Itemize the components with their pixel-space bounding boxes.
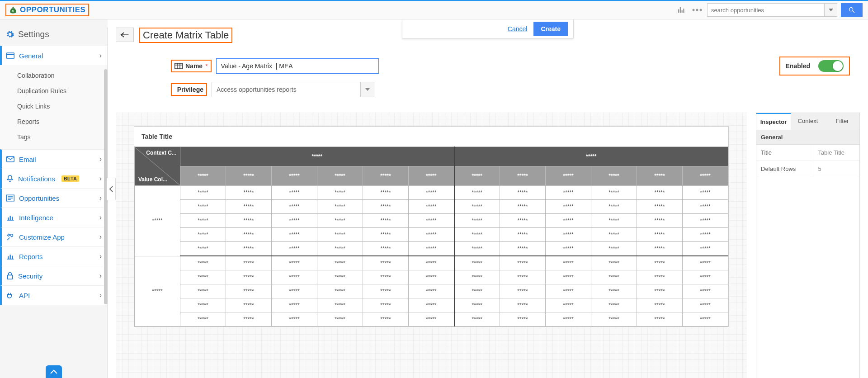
search-button[interactable] (841, 3, 863, 17)
inspector-prop-value: Table Title (813, 145, 859, 161)
svg-rect-14 (8, 217, 9, 220)
gear-icon (5, 30, 14, 39)
svg-rect-19 (10, 255, 11, 259)
bell-icon (6, 175, 14, 183)
svg-point-3 (700, 9, 702, 11)
mail-icon (6, 156, 14, 162)
back-button[interactable] (116, 28, 134, 42)
inspector-prop-key: Title (756, 145, 813, 161)
search-icon (848, 6, 855, 14)
enabled-group: Enabled (779, 57, 850, 76)
privilege-value: Access opportunities reports (212, 86, 360, 93)
table-title: Table Title (134, 127, 728, 146)
chevron-down-icon (360, 82, 374, 97)
inspector-prop-row[interactable]: Default Rows 5 (756, 161, 859, 177)
form-area: Name * Enabled Privilege Access opport (108, 43, 868, 113)
page-title: Create Matrix Table (139, 28, 232, 43)
sidebar-item-notifications[interactable]: Notifications BETA › (0, 169, 107, 189)
svg-point-2 (696, 9, 698, 11)
tab-inspector[interactable]: Inspector (756, 113, 791, 130)
inspector-section-general: General (756, 130, 859, 145)
chevron-right-icon: › (99, 272, 102, 280)
svg-rect-20 (12, 256, 13, 260)
create-button[interactable]: Create (533, 22, 568, 36)
sidebar-sub-reports[interactable]: Reports (17, 114, 107, 129)
inspector-prop-row[interactable]: Title Table Title (756, 145, 859, 161)
inspector-tabs: Inspector Context Filter (756, 113, 859, 130)
sidebar-sub-tags[interactable]: Tags (17, 129, 107, 145)
matrix-table-card[interactable]: Table Title Context C...Value Col...****… (134, 126, 729, 327)
sidebar-item-customize[interactable]: Customize App › (0, 227, 107, 247)
sidebar-sub-quicklinks[interactable]: Quick Links (17, 99, 107, 114)
sidebar-item-reports[interactable]: Reports › (0, 246, 107, 266)
privilege-label-box: Privilege (171, 83, 207, 96)
chevron-left-icon (109, 186, 113, 192)
cancel-link[interactable]: Cancel (508, 25, 528, 33)
chevron-right-icon: › (99, 291, 102, 299)
sidebar-item-intelligence[interactable]: Intelligence › (0, 208, 107, 227)
inspector-prop-key: Default Rows (756, 161, 813, 177)
name-label-box: Name * (171, 60, 212, 72)
sidebar-sub-collaboration[interactable]: Collaboration (17, 68, 107, 83)
enabled-label: Enabled (786, 62, 810, 70)
sidebar-item-api[interactable]: API › (0, 285, 107, 305)
svg-rect-6 (7, 53, 14, 58)
general-submenu: Collaboration Duplication Rules Quick Li… (0, 65, 107, 149)
chevron-right-icon: › (99, 52, 102, 60)
privilege-select[interactable]: Access opportunities reports (212, 82, 374, 97)
sidebar-item-general[interactable]: General › (0, 46, 107, 66)
privilege-label: Privilege (177, 86, 203, 93)
sidebar-item-label: Security (18, 272, 42, 280)
chevron-right-icon: › (99, 194, 102, 202)
scroll-up-tab[interactable] (46, 365, 62, 378)
chevron-right-icon: › (99, 155, 102, 163)
search-dropdown[interactable] (825, 3, 837, 17)
svg-rect-21 (7, 275, 12, 279)
more-icon[interactable] (691, 4, 703, 16)
svg-text:$: $ (12, 9, 14, 13)
enabled-toggle[interactable] (818, 60, 844, 72)
analytics-icon[interactable] (675, 4, 687, 16)
main-content: Cancel Create Create Matrix Table Name * (108, 19, 868, 378)
settings-heading: Settings (0, 28, 107, 46)
sidebar-item-label: Notifications (18, 175, 55, 183)
sidebar-item-security[interactable]: Security › (0, 266, 107, 286)
app-title: OPPORTUNITIES (20, 5, 85, 14)
sidebar-item-opportunities[interactable]: Opportunities › (0, 188, 107, 208)
chart-icon (6, 253, 14, 260)
sidebar-collapse-button[interactable] (107, 178, 116, 200)
sidebar-item-label: Intelligence (19, 214, 53, 222)
chevron-right-icon: › (99, 233, 102, 241)
svg-point-1 (693, 9, 695, 11)
window-icon (6, 52, 14, 59)
tab-filter[interactable]: Filter (825, 113, 859, 130)
sidebar-item-label: Email (19, 156, 36, 163)
chart-icon (6, 214, 14, 221)
top-bar: $ OPPORTUNITIES (0, 0, 868, 19)
matrix-preview-table: Context C...Value Col...****************… (134, 146, 728, 326)
plug-icon (6, 292, 14, 298)
table-icon (175, 63, 183, 69)
sidebar-item-label: Reports (19, 253, 43, 260)
moneybag-icon: $ (9, 5, 17, 14)
beta-badge: BETA (61, 175, 79, 182)
svg-line-5 (853, 11, 854, 13)
name-input[interactable] (216, 58, 379, 74)
sidebar-sub-duplication[interactable]: Duplication Rules (17, 83, 107, 99)
chevron-right-icon: › (99, 213, 102, 222)
design-canvas[interactable]: Table Title Context C...Value Col...****… (116, 113, 747, 378)
search-group (707, 3, 863, 17)
tab-context[interactable]: Context (791, 113, 825, 130)
chevron-right-icon: › (99, 252, 102, 260)
chevron-right-icon: › (99, 175, 102, 183)
sidebar: Settings General › Collaboration Duplica… (0, 19, 108, 378)
sidebar-item-label: API (19, 292, 30, 299)
search-input[interactable] (707, 3, 825, 17)
inspector-panel: Inspector Context Filter General Title T… (756, 113, 860, 378)
sidebar-item-label: Opportunities (19, 194, 59, 202)
svg-point-4 (849, 8, 853, 11)
form-icon (6, 194, 14, 202)
sidebar-item-email[interactable]: Email › (0, 149, 107, 169)
svg-rect-18 (8, 256, 9, 259)
tools-icon (6, 233, 14, 241)
